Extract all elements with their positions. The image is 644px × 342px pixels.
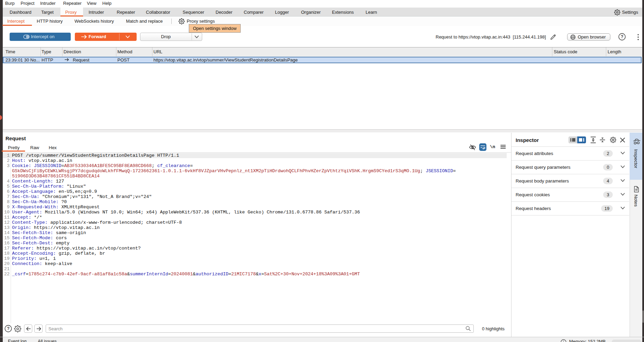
svg-text:?: ? [7, 326, 10, 331]
svg-text:?: ? [621, 34, 623, 39]
